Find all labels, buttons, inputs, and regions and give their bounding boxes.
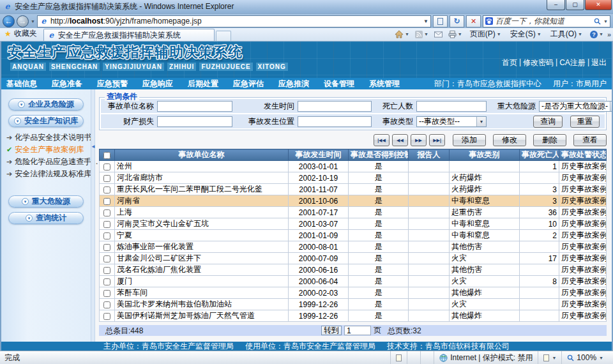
table-row[interactable]: 炼油事业部一催化装置2000-08-01是其他伤害历史事故案例 xyxy=(100,241,607,253)
header-link-2[interactable]: CA注册 xyxy=(559,57,586,68)
close-button[interactable]: ✕ xyxy=(585,0,612,10)
compatibility-view-button[interactable] xyxy=(433,15,448,27)
nav-item-4[interactable]: 后期处置 xyxy=(188,79,218,89)
table-row[interactable]: 重庆长风化一车间二苯甲酮工段二号光化釜2001-11-07是火药爆炸3历史事故案… xyxy=(100,184,607,195)
table-row[interactable]: 茂名石化炼油厂焦化装置2000-06-16是其他伤害历史事故案例 xyxy=(100,264,607,276)
row-checkbox[interactable] xyxy=(103,175,110,182)
select-all-checkbox[interactable] xyxy=(103,152,110,159)
prev-page-button[interactable]: ◀◀ xyxy=(392,134,408,146)
input-unit-name[interactable] xyxy=(157,101,232,112)
row-checkbox[interactable] xyxy=(103,278,110,285)
modify-button[interactable]: 修改 xyxy=(493,134,526,146)
read-mail-button[interactable] xyxy=(432,31,444,38)
row-checkbox[interactable] xyxy=(103,186,110,193)
home-button[interactable]: ▼ xyxy=(393,30,411,38)
input-property-loss[interactable] xyxy=(157,116,232,127)
row-checkbox[interactable] xyxy=(103,290,110,297)
next-page-button[interactable]: ▶▶ xyxy=(411,134,427,146)
sidebar-item[interactable]: ➔化学品安全技术说明书 xyxy=(1,132,91,144)
command-menu-1[interactable]: 安全(S)▼ xyxy=(508,29,543,40)
last-page-button[interactable]: ▶▶| xyxy=(429,134,445,146)
sidebar-item[interactable]: ✔安全生产事故案例库 xyxy=(1,144,91,156)
row-checkbox[interactable] xyxy=(103,244,110,251)
collapse-sidebar-icon[interactable]: ◄ xyxy=(91,144,96,149)
reset-button[interactable]: 重置 xyxy=(570,116,600,128)
row-checkbox[interactable] xyxy=(103,163,110,171)
print-dropdown-icon[interactable]: ▼ xyxy=(458,32,462,36)
sidebar-group-3[interactable]: ▾查询统计 xyxy=(8,212,84,224)
row-checkbox[interactable] xyxy=(103,255,110,262)
goto-page-button[interactable]: 转到 xyxy=(321,326,342,335)
delete-button[interactable]: 删除 xyxy=(533,134,566,146)
help-button[interactable]: ? ▼ xyxy=(588,31,605,38)
row-checkbox[interactable] xyxy=(103,301,110,308)
maximize-button[interactable]: ▢ xyxy=(566,0,584,10)
nav-item-1[interactable]: 应急准备 xyxy=(52,79,82,89)
row-checkbox[interactable] xyxy=(103,232,110,239)
refresh-button[interactable]: ↻ xyxy=(450,15,464,27)
sidebar-group-1[interactable]: ▾安全生产知识库 xyxy=(8,115,84,127)
input-occur-time[interactable] xyxy=(298,101,372,112)
table-row[interactable]: 厦门2000-06-04是火灾8历史事故案例 xyxy=(100,276,607,287)
search-box[interactable]: 百度一下，你就知道 ▼ xyxy=(483,15,610,27)
recent-pages-dropdown[interactable]: ▼ xyxy=(31,19,35,24)
table-row[interactable]: 上海2001-07-17是起重伤害36历史事故案例 xyxy=(100,207,607,218)
nav-item-5[interactable]: 应急评估 xyxy=(233,79,264,89)
sidebar-group-0[interactable]: ▾企业及危险源 xyxy=(8,98,84,110)
search-dropdown-icon[interactable]: ▼ xyxy=(603,19,608,24)
stop-button[interactable]: ✕ xyxy=(466,15,481,27)
table-row[interactable]: 宁夏2001-01-09是中毒和窒息2历史事故案例 xyxy=(100,230,607,241)
row-checkbox[interactable] xyxy=(103,267,110,274)
header-link-1[interactable]: 修改密码 xyxy=(523,57,554,68)
back-button[interactable]: ← xyxy=(3,15,15,27)
nav-item-3[interactable]: 应急响应 xyxy=(142,79,173,89)
feeds-button[interactable]: ▼ xyxy=(413,31,430,38)
table-row[interactable]: 美国伊利诺斯州芝加哥炼油厂天然气管道1999-12-26是其他爆炸历史事故案例 xyxy=(100,310,607,322)
page-number-input[interactable] xyxy=(344,326,371,335)
add-button[interactable]: 添加 xyxy=(453,134,486,146)
sidebar-item[interactable]: ➔安全法律法规及标准库 xyxy=(1,168,91,180)
page-zoom-menu[interactable]: ▼ xyxy=(538,351,561,364)
table-row[interactable]: 河南省2001-10-06是中毒和窒息3历史事故案例 xyxy=(100,195,607,207)
new-tab-button[interactable] xyxy=(216,31,231,41)
favorites-button[interactable]: ★ 收藏夹 xyxy=(2,28,43,41)
help-dropdown-icon[interactable]: ▼ xyxy=(599,32,603,36)
table-row[interactable]: 甘肃金川公司二矿区井下2000-07-09是火灾17历史事故案例 xyxy=(100,253,607,264)
select-major-hazard[interactable]: -是否为重大危险源-▼ xyxy=(539,101,612,112)
search-icon[interactable] xyxy=(594,18,601,25)
table-row[interactable]: 河北省廊坊市2002-10-19是火药爆炸历史事故案例 xyxy=(100,172,607,184)
address-field[interactable]: e http://localhost:90/yjzh/frame/homepag… xyxy=(37,15,431,27)
input-accident-location[interactable] xyxy=(298,116,372,127)
nav-item-8[interactable]: 系统管理 xyxy=(369,79,400,89)
more-commands-icon[interactable]: » xyxy=(607,31,611,38)
command-menu-2[interactable]: 工具(O)▼ xyxy=(549,29,584,40)
sidebar-group-2[interactable]: ▾重大危险源 xyxy=(8,195,84,208)
table-row[interactable]: 沧州2003-01-01是1历史事故案例 xyxy=(100,161,607,172)
search-input[interactable]: 百度一下，你就知道 xyxy=(496,16,591,27)
forward-button[interactable]: → xyxy=(17,15,29,27)
row-checkbox[interactable] xyxy=(103,313,110,320)
input-death-count[interactable] xyxy=(416,101,487,112)
table-row[interactable]: 美国北卡罗来纳州韦兹伯勒加油站1999-12-26是火灾历史事故案例 xyxy=(100,299,607,310)
row-checkbox[interactable] xyxy=(103,209,110,216)
home-dropdown-icon[interactable]: ▼ xyxy=(405,32,409,36)
header-link-3[interactable]: 退出 xyxy=(591,57,607,68)
table-row[interactable]: 苯酐车间2000-02-03是其他爆炸历史事故案例 xyxy=(100,287,607,299)
nav-item-2[interactable]: 应急预警 xyxy=(97,79,128,89)
sidebar-item[interactable]: ➔危险化学品应急速查手... xyxy=(1,156,91,168)
sidebar-splitter[interactable]: ◄ xyxy=(91,89,95,342)
select-accident-type[interactable]: --事故类型--▼ xyxy=(416,116,487,127)
address-dropdown-icon[interactable]: ▼ xyxy=(423,19,428,24)
zoom-control[interactable]: 100% ▼ xyxy=(561,351,609,364)
nav-item-0[interactable]: 基础信息 xyxy=(6,79,37,89)
minimize-button[interactable]: – xyxy=(547,0,565,10)
search-button[interactable]: 查询 xyxy=(533,116,563,128)
header-link-0[interactable]: 首页 xyxy=(502,57,517,68)
print-button[interactable]: ▼ xyxy=(446,31,464,38)
nav-item-6[interactable]: 应急推演 xyxy=(278,79,309,89)
feeds-dropdown-icon[interactable]: ▼ xyxy=(424,32,428,36)
tab-active[interactable]: e 安全生产应急救援指挥辅助决策系统 xyxy=(43,29,215,41)
nav-item-7[interactable]: 设备管理 xyxy=(324,79,354,89)
view-button[interactable]: 查看 xyxy=(573,134,607,146)
row-checkbox[interactable] xyxy=(103,221,110,228)
